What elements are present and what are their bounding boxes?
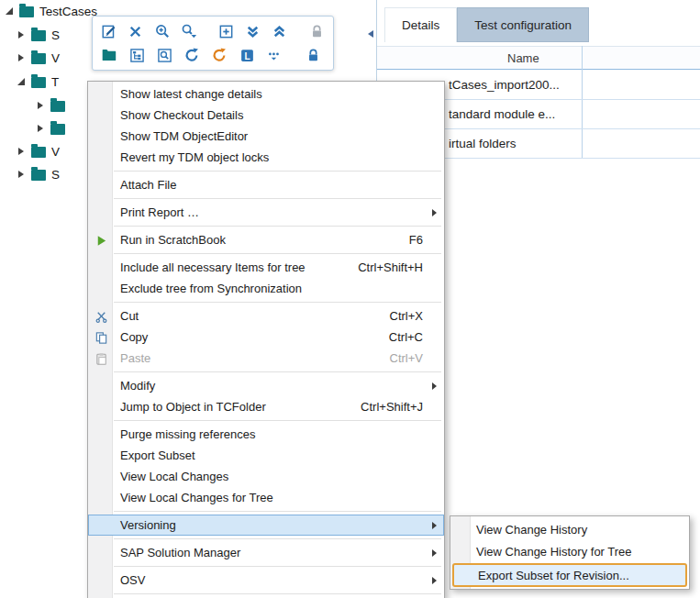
menu-item-include-all-necessary-items[interactable]: Include all necessary Items for tree Ctr…	[88, 257, 444, 278]
submenu-item-view-change-history-for-tree[interactable]: View Change History for Tree	[450, 540, 689, 562]
menu-item-jump-to-object-in-tcfolder[interactable]: Jump to Object in TCFolder Ctrl+Shift+J	[88, 396, 444, 417]
tree-item[interactable]: V	[16, 48, 60, 68]
collapse-panel-button[interactable]	[366, 26, 375, 42]
menu-item-show-latest-change-details[interactable]: Show latest change details	[88, 83, 444, 105]
menu-item-shortcut: Ctrl+Shift+H	[358, 260, 423, 274]
delete-x-icon[interactable]	[126, 21, 145, 41]
menu-item-exclude-tree-from-sync[interactable]: Exclude tree from Synchronization	[88, 278, 444, 299]
tab-test-configuration[interactable]: Test configuration	[457, 7, 589, 42]
menu-item-modify[interactable]: Modify	[88, 375, 444, 396]
menu-item-label: Revert my TDM object locks	[120, 150, 269, 164]
tree-item-label: T	[51, 75, 59, 89]
tree-item-label: S	[51, 28, 60, 42]
expanded-arrow-icon[interactable]	[16, 78, 26, 85]
menu-item-purge-missing-references[interactable]: Purge missing references	[88, 424, 444, 445]
menu-separator	[88, 223, 444, 229]
menu-item-paste[interactable]: Paste Ctrl+V	[88, 348, 444, 369]
menu-item-label: Show latest change details	[120, 87, 262, 101]
tree-item[interactable]: V	[16, 141, 60, 161]
tree-item[interactable]	[35, 95, 71, 116]
menu-item-attach-file[interactable]: Attach File	[88, 174, 444, 195]
menu-item-revert-tdm-locks[interactable]: Revert my TDM object locks	[88, 147, 444, 168]
menu-item-copy[interactable]: Copy Ctrl+C	[88, 327, 444, 348]
new-folder-icon[interactable]	[99, 45, 119, 65]
menu-item-show-checkout-details[interactable]: Show Checkout Details	[88, 105, 444, 126]
tab-details[interactable]: Details	[384, 7, 457, 42]
menu-item-export-subset[interactable]: Export Subset	[88, 445, 444, 466]
zoom-in-icon[interactable]	[152, 21, 172, 41]
tree-item-label: S	[51, 168, 60, 182]
run-play-icon	[94, 233, 109, 249]
menu-item-show-tdm-objecteditor[interactable]: Show TDM ObjectEditor	[88, 126, 444, 147]
table-cell-name: tandard module e...	[449, 107, 555, 121]
collapse-all-icon[interactable]	[270, 21, 289, 41]
menu-item-print-report[interactable]: Print Report …	[88, 202, 444, 223]
toolbar-row-2: L	[99, 43, 327, 67]
menu-item-label: Show TDM ObjectEditor	[120, 129, 248, 143]
lock-icon[interactable]	[303, 45, 323, 65]
menu-item-label: View Local Changes for Tree	[120, 491, 273, 504]
search-box-icon[interactable]	[154, 45, 174, 65]
collapsed-arrow-icon[interactable]	[35, 102, 45, 109]
submenu-arrow-icon	[432, 522, 437, 529]
menu-separator	[88, 508, 444, 515]
menu-item-label: Modify	[120, 379, 155, 393]
menu-item-sap-solution-manager[interactable]: SAP Solution Manager	[88, 542, 444, 563]
collapsed-arrow-icon[interactable]	[16, 148, 26, 155]
expanded-arrow-icon[interactable]	[4, 7, 14, 15]
update-all-icon[interactable]	[209, 45, 229, 65]
menu-item-label: Attach File	[120, 178, 176, 192]
menu-item-label: Paste	[120, 351, 150, 365]
collapsed-arrow-icon[interactable]	[16, 31, 26, 39]
menu-item-label: Versioning	[120, 518, 176, 532]
folder-icon	[50, 124, 65, 135]
menu-item-osv[interactable]: OSV	[88, 570, 444, 591]
zoom-menu-icon[interactable]	[179, 21, 198, 41]
menu-item-label: Copy	[120, 330, 148, 344]
table-header[interactable]: Name	[377, 46, 700, 70]
paste-icon	[94, 351, 109, 367]
menu-item-versioning[interactable]: Versioning	[88, 515, 444, 536]
submenu-arrow-icon	[432, 577, 437, 584]
menu-item-label: View Local Changes	[120, 470, 228, 483]
menu-item-label: Run in ScratchBook	[120, 233, 226, 247]
tree-item[interactable]: S	[16, 25, 60, 45]
tree-item[interactable]: S	[16, 164, 60, 184]
menu-item-label: Cut	[120, 309, 139, 323]
l-badge-icon[interactable]: L	[237, 45, 257, 65]
lock-disabled-icon[interactable]	[307, 21, 327, 41]
folder-icon	[31, 53, 46, 64]
menu-item-run-in-scratchbook[interactable]: Run in ScratchBook F6	[88, 229, 444, 250]
menu-item-cut[interactable]: Cut Ctrl+X	[88, 305, 444, 327]
add-box-icon[interactable]	[217, 21, 236, 41]
expand-all-icon[interactable]	[243, 21, 262, 41]
svg-text:L: L	[244, 50, 250, 61]
menu-item-label: Export Subset for Revision...	[478, 569, 629, 582]
tree-item[interactable]	[35, 118, 71, 138]
folder-icon	[31, 30, 46, 41]
floating-toolbar: L	[92, 16, 334, 71]
menu-item-label: Exclude tree from Synchronization	[120, 282, 302, 295]
menu-separator	[88, 563, 444, 570]
menu-item-view-local-changes-for-tree[interactable]: View Local Changes for Tree	[88, 487, 444, 508]
menu-item-label: OSV	[120, 573, 145, 587]
folder-icon	[19, 6, 34, 17]
more-menu-icon[interactable]	[264, 45, 284, 65]
menu-item-label: Jump to Object in TCFolder	[120, 400, 266, 414]
tree-item-selected[interactable]: T	[16, 72, 59, 92]
tree-item-root[interactable]: TestCases	[4, 1, 97, 21]
collapsed-arrow-icon[interactable]	[16, 171, 26, 178]
versioning-submenu: View Change History View Change History …	[450, 515, 690, 590]
edit-icon[interactable]	[99, 21, 118, 41]
menu-item-view-local-changes[interactable]: View Local Changes	[88, 466, 444, 487]
tree-view-icon[interactable]	[127, 45, 147, 65]
submenu-item-export-subset-for-revision[interactable]: Export Subset for Revision...	[452, 563, 687, 587]
menu-item-label: Export Subset	[120, 448, 195, 462]
column-header-name: Name	[507, 51, 539, 65]
scissors-icon	[94, 309, 109, 325]
collapsed-arrow-icon[interactable]	[16, 54, 26, 61]
menu-item-label: Show Checkout Details	[120, 108, 243, 122]
collapsed-arrow-icon[interactable]	[35, 125, 45, 132]
submenu-item-view-change-history[interactable]: View Change History	[450, 518, 689, 540]
refresh-icon[interactable]	[182, 45, 202, 65]
